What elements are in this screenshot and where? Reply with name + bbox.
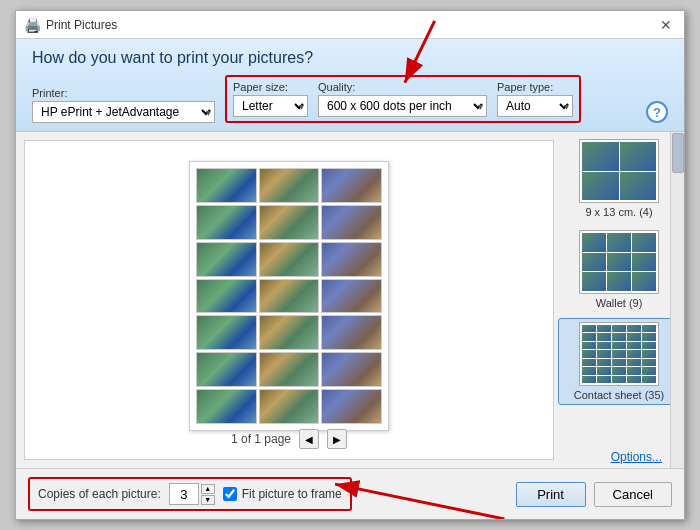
title-bar-left: 🖨️ Print Pictures: [24, 17, 117, 33]
fit-picture-label: Fit picture to frame: [242, 487, 342, 501]
next-page-button[interactable]: ▶: [327, 429, 347, 449]
copies-input[interactable]: [169, 483, 199, 505]
page-nav: 1 of 1 page ◀ ▶: [231, 429, 347, 449]
fit-picture-group: Fit picture to frame: [223, 487, 342, 501]
quality-select[interactable]: 600 x 600 dots per inch 300 x 300 dots p…: [318, 95, 487, 117]
scrollbar-thumb[interactable]: [672, 133, 684, 173]
page-info: 1 of 1 page: [231, 432, 291, 446]
copies-spinner: ▲ ▼: [201, 484, 215, 505]
thumb-5: [259, 205, 320, 240]
print-button[interactable]: Print: [516, 482, 586, 507]
layout-label-9x13: 9 x 13 cm. (4): [585, 206, 652, 218]
preview-area: 1 of 1 page ◀ ▶: [24, 140, 554, 460]
dialog-title: Print Pictures: [46, 18, 117, 32]
help-button[interactable]: ?: [646, 101, 668, 123]
printer-group: Printer: HP ePrint + JetAdvantage Micros…: [32, 87, 215, 123]
paper-size-label: Paper size:: [233, 81, 308, 93]
thumb-16: [196, 352, 257, 387]
action-buttons: Print Cancel: [516, 482, 672, 507]
paper-type-select-wrapper[interactable]: Auto Plain Photo: [497, 95, 573, 117]
paper-size-select-wrapper[interactable]: Letter A4 4x6: [233, 95, 308, 117]
thumb-20: [259, 389, 320, 424]
layout-item-wallet[interactable]: Wallet (9): [558, 227, 680, 312]
thumb-21: [321, 389, 382, 424]
cancel-button[interactable]: Cancel: [594, 482, 672, 507]
layout-label-wallet: Wallet (9): [596, 297, 643, 309]
layout-thumb-contact: [579, 322, 659, 386]
printer-icon: 🖨️: [24, 17, 40, 33]
copies-section: Copies of each picture: ▲ ▼ Fit picture …: [28, 477, 352, 511]
thumb-1: [196, 168, 257, 203]
thumb-19: [196, 389, 257, 424]
copies-label: Copies of each picture:: [38, 487, 161, 501]
header-title: How do you want to print your pictures?: [32, 49, 668, 67]
paper-options-box: Paper size: Letter A4 4x6 Quality: 600 x…: [225, 75, 581, 123]
layout-thumb-9x13: [579, 139, 659, 203]
thumb-11: [259, 279, 320, 314]
thumb-2: [259, 168, 320, 203]
thumb-8: [259, 242, 320, 277]
paper-type-label: Paper type:: [497, 81, 573, 93]
layout-label-contact: Contact sheet (35): [574, 389, 665, 401]
thumb-9: [321, 242, 382, 277]
header-section: How do you want to print your pictures? …: [16, 39, 684, 132]
copies-up-button[interactable]: ▲: [201, 484, 215, 494]
paper-type-group: Paper type: Auto Plain Photo: [497, 81, 573, 117]
thumb-18: [321, 352, 382, 387]
thumb-7: [196, 242, 257, 277]
paper-size-select[interactable]: Letter A4 4x6: [233, 95, 308, 117]
layout-thumb-wallet: [579, 230, 659, 294]
printer-select[interactable]: HP ePrint + JetAdvantage Microsoft Print…: [32, 101, 215, 123]
title-bar: 🖨️ Print Pictures ✕: [16, 11, 684, 39]
paper-type-select[interactable]: Auto Plain Photo: [497, 95, 573, 117]
thumb-4: [196, 205, 257, 240]
quality-select-wrapper[interactable]: 600 x 600 dots per inch 300 x 300 dots p…: [318, 95, 487, 117]
prev-page-button[interactable]: ◀: [299, 429, 319, 449]
quality-label: Quality:: [318, 81, 487, 93]
thumb-12: [321, 279, 382, 314]
layout-item-9x13[interactable]: 9 x 13 cm. (4): [558, 136, 680, 221]
layout-sidebar: 9 x 13 cm. (4) Wallet (9): [554, 132, 684, 468]
printer-label: Printer:: [32, 87, 215, 99]
print-dialog: 🖨️ Print Pictures ✕ How do you want to p…: [15, 10, 685, 520]
printer-select-wrapper[interactable]: HP ePrint + JetAdvantage Microsoft Print…: [32, 101, 215, 123]
close-button[interactable]: ✕: [656, 15, 676, 35]
quality-group: Quality: 600 x 600 dots per inch 300 x 3…: [318, 81, 487, 117]
content-area: 1 of 1 page ◀ ▶ 9 x 13 cm. (4): [16, 132, 684, 468]
layout-item-contact[interactable]: Contact sheet (35): [558, 318, 680, 405]
thumb-15: [321, 315, 382, 350]
paper-size-group: Paper size: Letter A4 4x6: [233, 81, 308, 117]
thumb-6: [321, 205, 382, 240]
copies-down-button[interactable]: ▼: [201, 495, 215, 505]
thumb-14: [259, 315, 320, 350]
bottom-bar: Copies of each picture: ▲ ▼ Fit picture …: [16, 468, 684, 519]
fit-picture-checkbox[interactable]: [223, 487, 237, 501]
options-link[interactable]: Options...: [558, 450, 680, 464]
thumb-17: [259, 352, 320, 387]
thumb-13: [196, 315, 257, 350]
thumb-10: [196, 279, 257, 314]
copies-input-group: ▲ ▼: [169, 483, 215, 505]
sidebar-scrollbar[interactable]: [670, 132, 684, 468]
preview-page: [189, 161, 389, 431]
thumb-3: [321, 168, 382, 203]
